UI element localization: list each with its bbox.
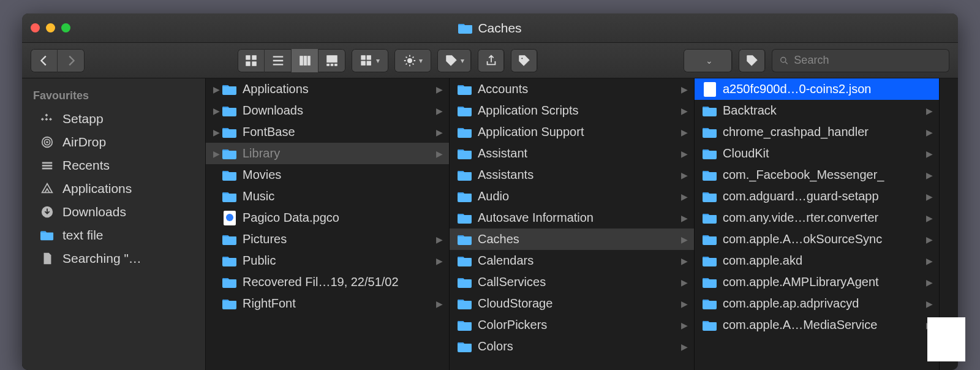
folder-icon [222,83,238,96]
list-item[interactable]: com.any.vide…rter.converter▶ [695,207,939,228]
sidebar-item-searching[interactable]: Searching "… [22,247,205,270]
item-label: CloudStorage [478,296,677,311]
zoom-button[interactable] [61,23,70,32]
list-item[interactable]: a250fc900d…0-coins2.json [695,78,939,100]
sidebar-item-airdrop[interactable]: AirDrop [22,130,205,154]
list-view-button[interactable] [265,49,292,72]
gallery-view-button[interactable] [318,49,345,72]
column-3[interactable]: a250fc900d…0-coins2.jsonBacktrack▶chrome… [695,78,940,370]
chevron-right-icon: ▶ [926,192,933,202]
list-item[interactable]: CallServices▶ [450,271,694,293]
list-item[interactable]: Assistant▶ [450,143,694,164]
downloads-icon [40,205,54,219]
list-item[interactable]: Accounts▶ [450,78,694,100]
list-item[interactable]: Pictures▶ [206,228,449,250]
list-item[interactable]: RightFont▶ [206,293,449,314]
list-item[interactable]: Colors▶ [450,336,694,357]
folder-icon [457,233,473,246]
chevron-right-icon: ▶ [926,149,933,159]
list-item[interactable]: com._Facebook_Messenger_▶ [695,164,939,186]
column-1[interactable]: ▶Applications▶▶Downloads▶▶FontBase▶▶Libr… [206,78,450,370]
list-item[interactable]: com.apple.AMPLibraryAgent▶ [695,271,939,293]
forward-button[interactable] [58,49,85,72]
list-item[interactable]: com.apple.A…MediaService▶ [695,314,939,336]
sidebar-item-label: Setapp [62,111,104,126]
list-item[interactable]: Movies [206,164,449,186]
share-button[interactable] [478,49,505,72]
folder-icon [702,255,718,267]
item-label: Accounts [478,82,677,96]
list-item[interactable]: com.apple.akd▶ [695,250,939,271]
close-button[interactable] [31,23,40,32]
sidebar-item-applications[interactable]: Applications [22,177,205,200]
list-item[interactable]: com.adguard…guard-setapp▶ [695,186,939,207]
item-label: Pagico Data.pgco [243,211,443,225]
item-label: Colors [478,339,677,353]
tag-dropdown-2[interactable] [739,49,766,72]
folder-icon [702,319,718,331]
list-item[interactable]: Music [206,186,449,207]
chevron-right-icon: ▶ [926,299,933,309]
list-item[interactable]: Recovered Fil…19, 22/51/02 [206,271,449,293]
column-2[interactable]: Accounts▶Application Scripts▶Application… [450,78,695,370]
sidebar-item-setapp[interactable]: Setapp [22,107,205,130]
list-item[interactable]: Public▶ [206,250,449,271]
folder-icon [222,276,238,289]
svg-rect-21 [42,162,53,164]
list-item[interactable]: Autosave Information▶ [450,207,694,228]
svg-rect-6 [307,56,310,65]
tag-dropdown-1[interactable]: ▾ [437,49,472,72]
sidebar-item-recents[interactable]: Recents [22,154,205,177]
action-button[interactable]: ▾ [394,49,431,72]
list-item[interactable]: ▶Applications▶ [206,78,449,100]
sidebar-item-textfile[interactable]: text file [22,224,205,247]
folder-icon [457,169,473,181]
list-item[interactable]: ▶Library▶ [206,143,449,164]
group-button[interactable]: ▾ [352,49,388,72]
list-item[interactable]: ▶Downloads▶ [206,100,449,121]
sidebar-item-downloads[interactable]: Downloads [22,200,205,224]
list-item[interactable]: Pagico Data.pgco [206,207,449,228]
list-item[interactable]: Caches▶ [450,228,694,250]
column-view-button[interactable] [292,49,318,72]
list-item[interactable]: Application Scripts▶ [450,100,694,121]
list-item[interactable]: ▶FontBase▶ [206,121,449,143]
dropdown-extra[interactable]: ⌄ [684,49,733,72]
list-item[interactable]: com.apple.A…okSourceSync▶ [695,228,939,250]
svg-rect-14 [367,61,371,64]
sidebar: Favourites Setapp AirDrop Recents Applic… [22,78,206,370]
list-item[interactable]: CloudStorage▶ [450,293,694,314]
icon-view-button[interactable] [238,49,265,72]
search-input[interactable] [794,54,942,67]
item-label: com.apple.A…MediaService [723,318,922,332]
list-item[interactable]: Application Support▶ [450,121,694,143]
list-item[interactable]: chrome_crashpad_handler▶ [695,121,939,143]
item-label: com.apple.A…okSourceSync [723,232,922,246]
item-label: CloudKit [723,146,922,160]
list-item[interactable]: Assistants▶ [450,164,694,186]
list-item[interactable]: com.apple.ap.adprivacyd▶ [695,293,939,314]
window-title: Caches [478,21,521,36]
finder-window: Caches ▾ ▾ ▾ ⌄ [22,13,958,370]
sidebar-item-label: AirDrop [62,135,106,149]
chevron-right-icon: ▶ [681,192,688,202]
traffic-lights [31,23,70,32]
list-item[interactable]: CloudKit▶ [695,143,939,164]
titlebar: Caches [22,13,958,43]
list-item[interactable]: Audio▶ [450,186,694,207]
item-label: Calendars [478,254,677,268]
minimize-button[interactable] [46,23,55,32]
list-item[interactable]: Calendars▶ [450,250,694,271]
item-label: Pictures [243,232,432,246]
item-label: Audio [478,189,677,203]
svg-rect-2 [246,61,249,65]
list-item[interactable]: Backtrack▶ [695,100,939,121]
tag-button[interactable] [511,49,538,72]
item-label: com.any.vide…rter.converter [723,211,922,225]
list-item[interactable]: ColorPickers▶ [450,314,694,336]
chevron-right-icon: ▶ [926,213,933,223]
back-button[interactable] [31,49,58,72]
item-label: CallServices [478,275,677,289]
search-field[interactable] [772,49,949,72]
overlay-box [927,317,965,361]
